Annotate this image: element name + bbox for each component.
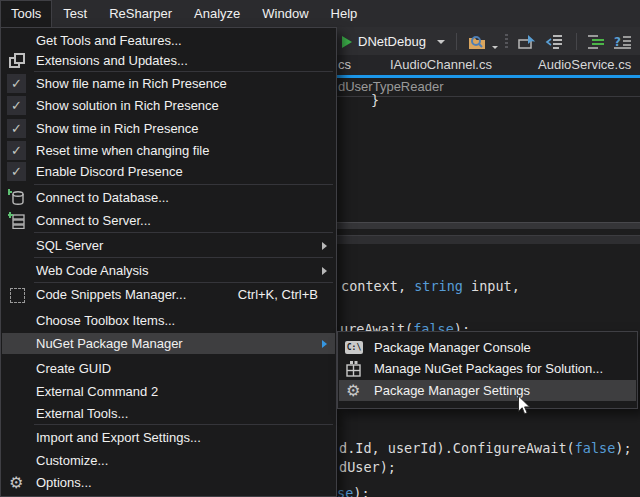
menu-item-options[interactable]: ⚙ Options... <box>2 472 335 493</box>
menu-separator <box>34 424 333 425</box>
menu-item-label: External Tools... <box>36 406 128 421</box>
menu-separator <box>34 184 333 185</box>
nuget-package-icon <box>346 361 362 381</box>
menu-item-label: Get Tools and Features... <box>36 33 182 48</box>
tab-iaudiochannel[interactable]: IAudioChannel.cs <box>390 55 492 75</box>
toolbar-group: DNetDebug <box>338 27 640 56</box>
find-in-files-icon[interactable] <box>468 34 487 50</box>
menu-item-customize[interactable]: Customize... <box>2 450 335 471</box>
tab-audioservice[interactable]: AudioService.cs <box>538 55 631 75</box>
menu-separator <box>34 257 333 258</box>
menu-item-label: Create GUID <box>36 361 111 376</box>
checkmark-icon: ✓ <box>7 74 26 93</box>
submenu-arrow-icon <box>322 340 327 348</box>
chevron-down-icon[interactable] <box>437 40 445 44</box>
menubar-item-help[interactable]: Help <box>320 0 369 27</box>
menu-item-label: Connect to Database... <box>36 190 169 205</box>
mouse-cursor <box>517 395 531 420</box>
code-snippet-icon <box>10 288 25 303</box>
menu-item-web-code-analysis[interactable]: Web Code Analysis <box>2 260 335 281</box>
menu-item-label: NuGet Package Manager <box>36 336 183 351</box>
menubar-item-test[interactable]: Test <box>52 0 98 27</box>
submenu-arrow-icon <box>322 242 327 250</box>
toolbar-separator <box>576 33 577 50</box>
code-line: context, string input, <box>341 278 520 294</box>
gear-icon: ⚙ <box>9 472 23 493</box>
menu-separator <box>34 232 333 233</box>
menu-item-label: Show file name in Rich Presence <box>36 76 227 91</box>
menu-item-external-tools[interactable]: External Tools... <box>2 403 335 424</box>
menu-item-show-file-name[interactable]: ✓ Show file name in Rich Presence <box>2 73 335 94</box>
checkmark-icon: ✓ <box>7 96 26 115</box>
svg-text:?: ? <box>614 35 621 49</box>
code-line: } <box>371 92 379 108</box>
navbar-type-name[interactable]: dUserTypeReader <box>338 79 444 94</box>
format-question-icon[interactable]: ? <box>614 35 632 49</box>
menu-item-label: Extensions and Updates... <box>36 53 188 68</box>
checkmark-icon: ✓ <box>7 141 26 160</box>
console-icon: C:\ <box>345 341 363 354</box>
copy-lines-icon[interactable] <box>545 34 565 50</box>
submenu-item-manage-nuget-packages[interactable]: Manage NuGet Packages for Solution... <box>339 358 636 379</box>
menu-item-label: Show time in Rich Presence <box>36 121 199 136</box>
menu-item-get-tools-and-features[interactable]: Get Tools and Features... <box>2 30 335 51</box>
run-icon[interactable] <box>342 36 352 48</box>
menu-item-label: Connect to Server... <box>36 213 151 228</box>
checkmark-icon: ✓ <box>7 119 26 138</box>
menu-item-label: SQL Server <box>36 238 103 253</box>
submenu-item-package-manager-console[interactable]: C:\ Package Manager Console <box>339 337 636 358</box>
toolbar-grip[interactable] <box>505 34 508 50</box>
menu-item-choose-toolbox-items[interactable]: Choose Toolbox Items... <box>2 310 335 331</box>
code-line: se); <box>337 485 370 497</box>
menu-item-label: Manage NuGet Packages for Solution... <box>374 358 603 379</box>
menu-item-label: Options... <box>36 475 92 490</box>
gear-icon: ⚙ <box>346 380 360 401</box>
code-line: d.Id, userId).ConfigureAwait(false); <box>339 440 632 456</box>
menubar-item-window[interactable]: Window <box>251 0 319 27</box>
server-icon <box>8 212 26 233</box>
menubar-item-tools[interactable]: Tools <box>0 0 52 28</box>
menu-item-label: Enable Discord Presence <box>36 164 183 179</box>
menu-item-enable-discord[interactable]: ✓ Enable Discord Presence <box>2 161 335 182</box>
menu-item-nuget-package-manager[interactable]: NuGet Package Manager <box>2 333 335 354</box>
menu-item-extensions-and-updates[interactable]: Extensions and Updates... <box>2 50 335 71</box>
menu-item-label: Import and Export Settings... <box>36 430 201 445</box>
checkmark-icon: ✓ <box>7 162 26 181</box>
menu-item-external-command-2[interactable]: External Command 2 <box>2 381 335 402</box>
menu-item-label: Customize... <box>36 453 108 468</box>
menu-separator <box>34 71 333 72</box>
menu-item-create-guid[interactable]: Create GUID <box>2 358 335 379</box>
run-config-selector[interactable]: DNetDebug <box>358 34 426 49</box>
menu-item-code-snippets-manager[interactable]: Code Snippets Manager... Ctrl+K, Ctrl+B <box>2 284 335 305</box>
submenu-arrow-icon <box>322 267 327 275</box>
menubar-item-resharper[interactable]: ReSharper <box>98 0 183 27</box>
nuget-submenu: C:\ Package Manager Console Manage NuGet… <box>337 331 638 409</box>
menu-bar: Tools Test ReSharper Analyze Window Help <box>0 0 640 27</box>
menu-item-reset-time[interactable]: ✓ Reset time when changing file <box>2 140 335 161</box>
menu-item-label: Show solution in Rich Presence <box>36 98 219 113</box>
menu-item-label: Package Manager Settings <box>374 380 530 401</box>
tools-menu-dropdown: Get Tools and Features... Extensions and… <box>0 27 337 497</box>
extensions-icon <box>9 53 24 68</box>
menubar-item-analyze[interactable]: Analyze <box>183 0 251 27</box>
menu-shortcut: Ctrl+K, Ctrl+B <box>238 287 318 302</box>
menu-item-show-time[interactable]: ✓ Show time in Rich Presence <box>2 118 335 139</box>
navigate-pointer-icon[interactable] <box>517 34 537 50</box>
menu-item-label: External Command 2 <box>36 384 158 399</box>
chevron-down-icon[interactable] <box>492 46 498 49</box>
menu-item-sql-server[interactable]: SQL Server <box>2 235 335 256</box>
code-line: dUser); <box>339 459 396 475</box>
menu-item-show-solution[interactable]: ✓ Show solution in Rich Presence <box>2 95 335 116</box>
menu-item-label: Code Snippets Manager... <box>36 287 186 302</box>
tab-partial[interactable]: cs <box>338 55 351 75</box>
menu-separator <box>34 282 333 283</box>
indent-lines-icon[interactable] <box>588 35 606 49</box>
menu-item-connect-to-database[interactable]: Connect to Database... <box>2 187 335 208</box>
database-icon <box>8 189 26 210</box>
submenu-item-package-manager-settings[interactable]: ⚙ Package Manager Settings <box>339 380 636 401</box>
menu-item-label: Package Manager Console <box>374 337 531 358</box>
menu-item-import-export-settings[interactable]: Import and Export Settings... <box>2 427 335 448</box>
vs-ide-window: DNetDebug <box>0 0 640 497</box>
menu-item-connect-to-server[interactable]: Connect to Server... <box>2 210 335 231</box>
menu-item-label: Choose Toolbox Items... <box>36 313 175 328</box>
